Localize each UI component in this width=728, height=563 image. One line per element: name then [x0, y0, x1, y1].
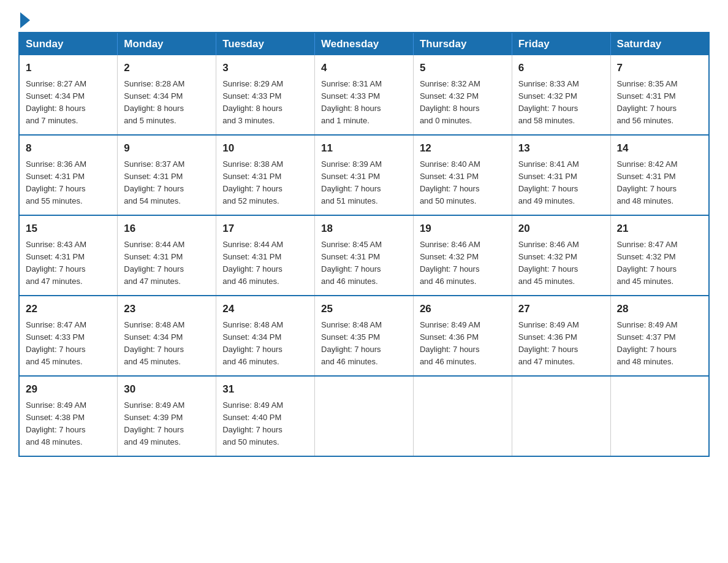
- calendar-day-header: Saturday: [610, 33, 709, 55]
- calendar-day-cell: [413, 376, 512, 456]
- calendar-day-cell: 6Sunrise: 8:33 AM Sunset: 4:32 PM Daylig…: [512, 55, 610, 135]
- day-number: 11: [321, 140, 407, 156]
- day-number: 3: [222, 60, 308, 76]
- day-number: 21: [617, 221, 702, 237]
- calendar-week-row: 8Sunrise: 8:36 AM Sunset: 4:31 PM Daylig…: [19, 135, 709, 215]
- day-number: 4: [321, 60, 407, 76]
- day-number: 6: [518, 60, 604, 76]
- calendar-day-cell: 9Sunrise: 8:37 AM Sunset: 4:31 PM Daylig…: [118, 135, 216, 215]
- calendar-week-row: 1Sunrise: 8:27 AM Sunset: 4:34 PM Daylig…: [19, 55, 709, 135]
- day-info: Sunrise: 8:49 AM Sunset: 4:36 PM Dayligh…: [420, 319, 506, 369]
- day-info: Sunrise: 8:49 AM Sunset: 4:36 PM Dayligh…: [518, 319, 604, 369]
- calendar-day-cell: [315, 376, 414, 456]
- calendar-week-row: 29Sunrise: 8:49 AM Sunset: 4:38 PM Dayli…: [19, 376, 709, 456]
- day-number: 17: [222, 221, 308, 237]
- calendar-day-cell: 17Sunrise: 8:44 AM Sunset: 4:31 PM Dayli…: [216, 215, 315, 296]
- calendar-day-cell: 4Sunrise: 8:31 AM Sunset: 4:33 PM Daylig…: [315, 55, 414, 135]
- calendar-day-cell: 15Sunrise: 8:43 AM Sunset: 4:31 PM Dayli…: [19, 215, 118, 296]
- calendar-day-cell: 7Sunrise: 8:35 AM Sunset: 4:31 PM Daylig…: [610, 55, 709, 135]
- day-info: Sunrise: 8:44 AM Sunset: 4:31 PM Dayligh…: [124, 239, 210, 288]
- day-number: 22: [26, 301, 111, 317]
- calendar-day-cell: 29Sunrise: 8:49 AM Sunset: 4:38 PM Dayli…: [19, 376, 118, 456]
- day-number: 23: [124, 301, 210, 317]
- calendar-day-cell: 16Sunrise: 8:44 AM Sunset: 4:31 PM Dayli…: [118, 215, 216, 296]
- day-info: Sunrise: 8:42 AM Sunset: 4:31 PM Dayligh…: [617, 158, 702, 208]
- day-number: 30: [124, 381, 210, 397]
- calendar-day-cell: 20Sunrise: 8:46 AM Sunset: 4:32 PM Dayli…: [512, 215, 610, 296]
- calendar-day-header: Wednesday: [315, 33, 414, 55]
- day-info: Sunrise: 8:48 AM Sunset: 4:35 PM Dayligh…: [321, 319, 407, 369]
- calendar-day-cell: 31Sunrise: 8:49 AM Sunset: 4:40 PM Dayli…: [216, 376, 315, 456]
- day-info: Sunrise: 8:49 AM Sunset: 4:39 PM Dayligh…: [124, 399, 210, 449]
- calendar-day-cell: 11Sunrise: 8:39 AM Sunset: 4:31 PM Dayli…: [315, 135, 414, 215]
- calendar-table: SundayMondayTuesdayWednesdayThursdayFrid…: [18, 32, 710, 457]
- day-info: Sunrise: 8:37 AM Sunset: 4:31 PM Dayligh…: [124, 158, 210, 208]
- calendar-day-cell: 13Sunrise: 8:41 AM Sunset: 4:31 PM Dayli…: [512, 135, 610, 215]
- calendar-day-cell: 26Sunrise: 8:49 AM Sunset: 4:36 PM Dayli…: [413, 296, 512, 376]
- day-info: Sunrise: 8:49 AM Sunset: 4:40 PM Dayligh…: [222, 399, 308, 449]
- calendar-day-cell: [512, 376, 610, 456]
- day-info: Sunrise: 8:41 AM Sunset: 4:31 PM Dayligh…: [518, 158, 604, 208]
- calendar-day-cell: 3Sunrise: 8:29 AM Sunset: 4:33 PM Daylig…: [216, 55, 315, 135]
- day-info: Sunrise: 8:49 AM Sunset: 4:38 PM Dayligh…: [26, 399, 111, 449]
- day-number: 9: [124, 140, 210, 156]
- day-info: Sunrise: 8:49 AM Sunset: 4:37 PM Dayligh…: [617, 319, 702, 369]
- day-info: Sunrise: 8:43 AM Sunset: 4:31 PM Dayligh…: [26, 239, 111, 288]
- calendar-day-cell: 18Sunrise: 8:45 AM Sunset: 4:31 PM Dayli…: [315, 215, 414, 296]
- calendar-day-header: Tuesday: [216, 33, 315, 55]
- day-info: Sunrise: 8:47 AM Sunset: 4:32 PM Dayligh…: [617, 239, 702, 288]
- calendar-day-cell: 12Sunrise: 8:40 AM Sunset: 4:31 PM Dayli…: [413, 135, 512, 215]
- calendar-day-cell: 5Sunrise: 8:32 AM Sunset: 4:32 PM Daylig…: [413, 55, 512, 135]
- day-info: Sunrise: 8:47 AM Sunset: 4:33 PM Dayligh…: [26, 319, 111, 369]
- day-number: 26: [420, 301, 506, 317]
- day-number: 25: [321, 301, 407, 317]
- calendar-header-row: SundayMondayTuesdayWednesdayThursdayFrid…: [19, 33, 709, 55]
- calendar-day-cell: 28Sunrise: 8:49 AM Sunset: 4:37 PM Dayli…: [610, 296, 709, 376]
- page-header: [18, 12, 710, 26]
- day-info: Sunrise: 8:27 AM Sunset: 4:34 PM Dayligh…: [26, 78, 111, 128]
- day-info: Sunrise: 8:40 AM Sunset: 4:31 PM Dayligh…: [420, 158, 506, 208]
- day-number: 1: [26, 60, 111, 76]
- day-info: Sunrise: 8:35 AM Sunset: 4:31 PM Dayligh…: [617, 78, 702, 128]
- day-number: 2: [124, 60, 210, 76]
- calendar-week-row: 22Sunrise: 8:47 AM Sunset: 4:33 PM Dayli…: [19, 296, 709, 376]
- day-number: 7: [617, 60, 702, 76]
- day-number: 12: [420, 140, 506, 156]
- day-number: 24: [222, 301, 308, 317]
- day-number: 5: [420, 60, 506, 76]
- logo-arrow-icon: [20, 12, 30, 28]
- calendar-day-header: Friday: [512, 33, 610, 55]
- day-number: 16: [124, 221, 210, 237]
- calendar-day-header: Monday: [118, 33, 216, 55]
- calendar-day-cell: 14Sunrise: 8:42 AM Sunset: 4:31 PM Dayli…: [610, 135, 709, 215]
- day-info: Sunrise: 8:44 AM Sunset: 4:31 PM Dayligh…: [222, 239, 308, 288]
- day-number: 19: [420, 221, 506, 237]
- calendar-day-cell: 25Sunrise: 8:48 AM Sunset: 4:35 PM Dayli…: [315, 296, 414, 376]
- calendar-day-cell: 19Sunrise: 8:46 AM Sunset: 4:32 PM Dayli…: [413, 215, 512, 296]
- day-info: Sunrise: 8:46 AM Sunset: 4:32 PM Dayligh…: [518, 239, 604, 288]
- day-number: 13: [518, 140, 604, 156]
- day-info: Sunrise: 8:36 AM Sunset: 4:31 PM Dayligh…: [26, 158, 111, 208]
- calendar-day-cell: 1Sunrise: 8:27 AM Sunset: 4:34 PM Daylig…: [19, 55, 118, 135]
- day-number: 28: [617, 301, 702, 317]
- day-number: 20: [518, 221, 604, 237]
- day-info: Sunrise: 8:48 AM Sunset: 4:34 PM Dayligh…: [222, 319, 308, 369]
- day-number: 29: [26, 381, 111, 397]
- day-info: Sunrise: 8:28 AM Sunset: 4:34 PM Dayligh…: [124, 78, 210, 128]
- calendar-day-cell: 30Sunrise: 8:49 AM Sunset: 4:39 PM Dayli…: [118, 376, 216, 456]
- day-info: Sunrise: 8:31 AM Sunset: 4:33 PM Dayligh…: [321, 78, 407, 128]
- day-info: Sunrise: 8:48 AM Sunset: 4:34 PM Dayligh…: [124, 319, 210, 369]
- calendar-week-row: 15Sunrise: 8:43 AM Sunset: 4:31 PM Dayli…: [19, 215, 709, 296]
- calendar-day-cell: 27Sunrise: 8:49 AM Sunset: 4:36 PM Dayli…: [512, 296, 610, 376]
- day-info: Sunrise: 8:32 AM Sunset: 4:32 PM Dayligh…: [420, 78, 506, 128]
- calendar-day-header: Thursday: [413, 33, 512, 55]
- day-number: 15: [26, 221, 111, 237]
- day-number: 8: [26, 140, 111, 156]
- day-number: 14: [617, 140, 702, 156]
- logo: [18, 12, 30, 26]
- calendar-day-cell: [610, 376, 709, 456]
- calendar-day-cell: 22Sunrise: 8:47 AM Sunset: 4:33 PM Dayli…: [19, 296, 118, 376]
- calendar-day-cell: 24Sunrise: 8:48 AM Sunset: 4:34 PM Dayli…: [216, 296, 315, 376]
- calendar-day-cell: 21Sunrise: 8:47 AM Sunset: 4:32 PM Dayli…: [610, 215, 709, 296]
- calendar-day-cell: 8Sunrise: 8:36 AM Sunset: 4:31 PM Daylig…: [19, 135, 118, 215]
